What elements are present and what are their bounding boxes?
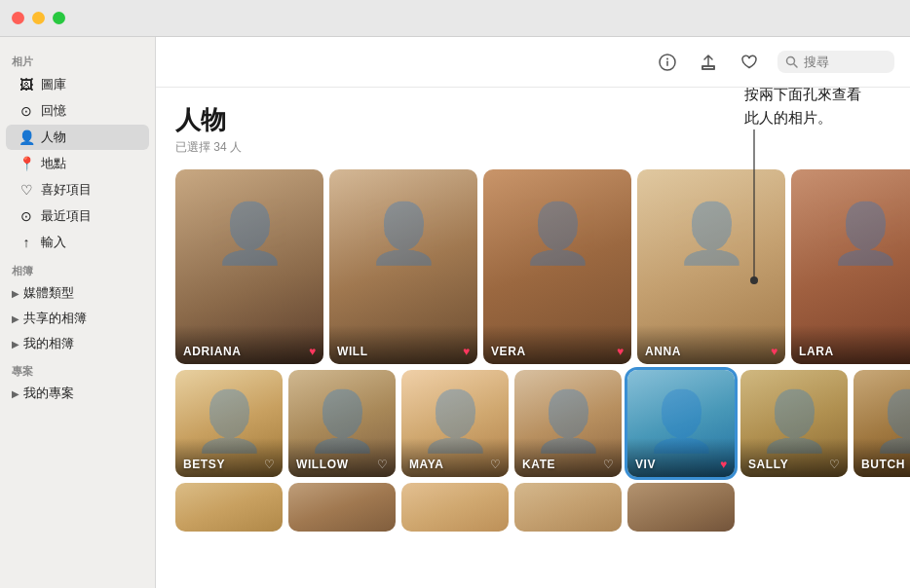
content-area: 按兩下面孔來查看 此人的相片。 人物 已選擇 34 人 ADRIANA xyxy=(156,37,910,588)
share-button[interactable] xyxy=(696,50,721,75)
anna-name: ANNA xyxy=(645,345,681,358)
svg-rect-1 xyxy=(666,60,668,66)
kate-overlay: Kate ♡ xyxy=(514,438,622,477)
person-card-will[interactable]: WILL ♥ xyxy=(329,169,477,364)
butch-overlay: Butch ♡ xyxy=(853,438,910,477)
anna-heart[interactable]: ♥ xyxy=(771,345,777,358)
person-card-viv[interactable]: Viv ♥ xyxy=(627,370,735,477)
sidebar-group-my-projects[interactable]: ▶ 我的專案 xyxy=(0,381,155,406)
betsy-heart[interactable]: ♡ xyxy=(264,458,275,471)
lara-name: LARA xyxy=(799,345,834,358)
sidebar-item-people[interactable]: 👤 人物 xyxy=(6,125,149,150)
viv-heart[interactable]: ♥ xyxy=(720,458,727,471)
sidebar-item-imports-label: 輸入 xyxy=(41,234,66,251)
sidebar-section-projects: 專案 xyxy=(0,356,155,381)
large-people-row: ADRIANA ♥ WILL ♥ VERA xyxy=(175,169,891,364)
vera-overlay: VERA ♥ xyxy=(483,325,631,364)
sidebar-item-memories-label: 回憶 xyxy=(41,102,66,120)
sidebar-item-imports[interactable]: ↑ 輸入 xyxy=(6,230,149,255)
sidebar-item-places-label: 地點 xyxy=(41,155,66,172)
chevron-icon: ▶ xyxy=(12,288,19,299)
sidebar-item-recents[interactable]: ⊙ 最近項目 xyxy=(6,203,149,229)
search-input[interactable] xyxy=(804,55,882,69)
person-card-vera[interactable]: VERA ♥ xyxy=(483,169,631,364)
person-card-bottom-4[interactable] xyxy=(514,483,622,532)
info-icon xyxy=(659,54,676,71)
person-card-maya[interactable]: Maya ♡ xyxy=(401,370,509,477)
small-people-row: Betsy ♡ Willow ♡ Maya xyxy=(175,370,891,477)
sally-overlay: Sally ♡ xyxy=(740,438,848,477)
sidebar-group-shared-albums[interactable]: ▶ 共享的相簿 xyxy=(0,306,155,331)
adriana-overlay: ADRIANA ♥ xyxy=(175,325,323,364)
window-controls xyxy=(12,12,65,24)
person-card-bottom-1[interactable] xyxy=(175,483,283,532)
library-icon: 🖼 xyxy=(18,77,35,92)
viv-overlay: Viv ♥ xyxy=(627,438,735,477)
favorites-icon: ♡ xyxy=(18,182,35,198)
info-button[interactable] xyxy=(655,50,680,75)
person-card-bottom-3[interactable] xyxy=(401,483,509,532)
person-card-sally[interactable]: Sally ♡ xyxy=(740,370,848,477)
sidebar-item-favorites-label: 喜好項目 xyxy=(41,181,92,199)
sidebar-group-shared-albums-label: 共享的相簿 xyxy=(23,310,87,327)
sidebar-item-library[interactable]: 🖼 圖庫 xyxy=(6,72,149,97)
sidebar-item-favorites[interactable]: ♡ 喜好項目 xyxy=(6,177,149,202)
heart-button[interactable] xyxy=(737,50,762,75)
adriana-heart[interactable]: ♥ xyxy=(309,345,316,358)
search-box[interactable] xyxy=(777,51,894,73)
butch-name: Butch xyxy=(861,458,905,471)
sidebar-item-people-label: 人物 xyxy=(41,129,66,146)
will-overlay: WILL ♥ xyxy=(329,325,477,364)
person-card-kate[interactable]: Kate ♡ xyxy=(514,370,622,477)
person-card-bottom-2[interactable] xyxy=(288,483,396,532)
bottom-people-row xyxy=(175,483,891,532)
sidebar-item-library-label: 圖庫 xyxy=(41,76,66,93)
willow-name: Willow xyxy=(296,458,349,471)
people-content: 按兩下面孔來查看 此人的相片。 人物 已選擇 34 人 ADRIANA xyxy=(156,88,910,588)
sidebar-item-recents-label: 最近項目 xyxy=(41,207,92,225)
sally-name: Sally xyxy=(748,458,788,471)
sidebar-group-media-types[interactable]: ▶ 媒體類型 xyxy=(0,280,155,306)
will-name: WILL xyxy=(337,345,368,358)
places-icon: 📍 xyxy=(18,156,35,171)
chevron-icon: ▶ xyxy=(12,339,19,349)
person-card-anna[interactable]: ANNA ♥ xyxy=(637,169,785,364)
person-card-willow[interactable]: Willow ♡ xyxy=(288,370,396,477)
anna-overlay: ANNA ♥ xyxy=(637,325,785,364)
sidebar-group-media-types-label: 媒體類型 xyxy=(23,284,74,302)
will-heart[interactable]: ♥ xyxy=(463,345,470,358)
minimize-button[interactable] xyxy=(32,12,45,24)
svg-line-5 xyxy=(794,64,797,67)
maximize-button[interactable] xyxy=(53,12,65,24)
vera-heart[interactable]: ♥ xyxy=(617,345,624,358)
svg-point-2 xyxy=(666,57,668,59)
sally-heart[interactable]: ♡ xyxy=(829,458,840,471)
page-title: 人物 xyxy=(175,103,891,137)
viv-name: Viv xyxy=(635,458,656,471)
person-card-butch[interactable]: Butch ♡ xyxy=(853,370,910,477)
toolbar xyxy=(156,37,910,88)
vera-name: VERA xyxy=(491,345,526,358)
kate-name: Kate xyxy=(522,458,555,471)
sidebar-group-my-albums[interactable]: ▶ 我的相簿 xyxy=(0,331,155,356)
willow-heart[interactable]: ♡ xyxy=(377,458,388,471)
sidebar-item-places[interactable]: 📍 地點 xyxy=(6,151,149,176)
svg-rect-3 xyxy=(702,66,714,69)
person-card-lara[interactable]: LARA ♥ xyxy=(791,169,910,364)
memories-icon: ⊙ xyxy=(18,103,35,119)
sidebar-item-memories[interactable]: ⊙ 回憶 xyxy=(6,98,149,124)
maya-heart[interactable]: ♡ xyxy=(490,458,501,471)
people-icon: 👤 xyxy=(18,129,35,145)
person-card-betsy[interactable]: Betsy ♡ xyxy=(175,370,283,477)
adriana-name: ADRIANA xyxy=(183,345,242,358)
person-card-bottom-5[interactable] xyxy=(627,483,735,532)
chevron-icon: ▶ xyxy=(12,313,19,324)
search-icon xyxy=(785,55,798,68)
chevron-icon: ▶ xyxy=(12,388,19,399)
heart-icon xyxy=(740,54,758,71)
close-button[interactable] xyxy=(12,12,24,24)
kate-heart[interactable]: ♡ xyxy=(603,458,614,471)
betsy-overlay: Betsy ♡ xyxy=(175,438,283,477)
person-card-adriana[interactable]: ADRIANA ♥ xyxy=(175,169,323,364)
sidebar-section-albums: 相簿 xyxy=(0,256,155,280)
